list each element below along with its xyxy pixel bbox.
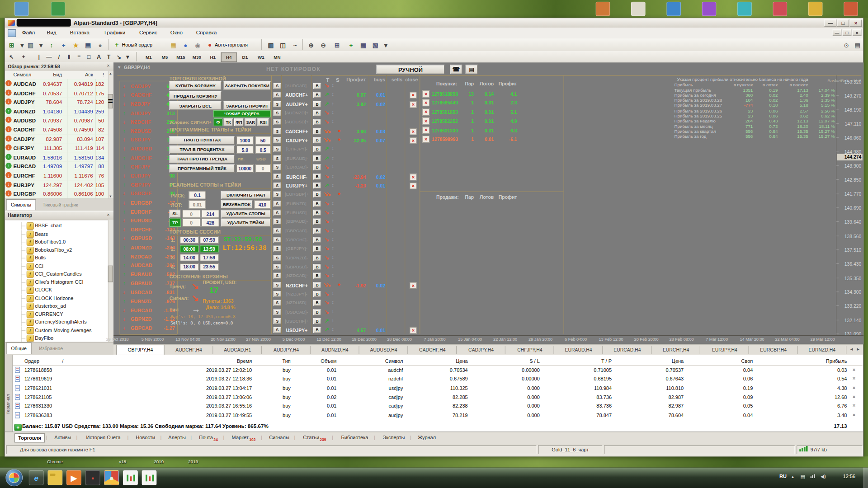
tray-clock[interactable]: 12:56 [837, 474, 861, 479]
grid-close-button[interactable]: × [410, 137, 417, 144]
session-from-input[interactable]: 08:00 [180, 245, 199, 253]
chart-tab-0[interactable]: GBPJPY,H4 [116, 345, 165, 355]
timeframe-button-H4[interactable]: H4 [221, 52, 237, 62]
market-watch-scrollbar[interactable] [108, 71, 113, 199]
grid-buy-button[interactable]: B [313, 164, 321, 170]
terminal-tab-журнал[interactable]: Журнал [415, 433, 439, 443]
grid-sell-button[interactable]: S [274, 119, 281, 125]
tray-network-icon[interactable] [812, 475, 813, 478]
timeframe-button-H1[interactable]: H1 [205, 52, 221, 62]
profiles-dropdown[interactable]: ▾ [36, 40, 46, 50]
taskbar-chrome-icon[interactable]: ● [104, 470, 119, 485]
close-button[interactable]: × [850, 19, 862, 27]
start-button[interactable] [5, 469, 23, 486]
trail-against-button[interactable]: ТРАЛ ПРОТИВ ТРЕНДА [170, 155, 235, 163]
terminal-column-header[interactable]: Цена [421, 358, 468, 364]
tab-common[interactable]: Общие [6, 343, 31, 354]
desktop-icon[interactable] [596, 2, 610, 16]
order-close-icon[interactable]: × [853, 376, 855, 381]
close-all-button[interactable]: ЗАКРЫТЬ ВСЕ [170, 101, 222, 110]
trendline-icon[interactable]: / [54, 52, 64, 61]
sell-basket-button[interactable]: ПРОДАТЬ КОРЗИНУ [170, 91, 222, 100]
scroll-down-icon[interactable]: ▼ [108, 194, 113, 199]
grid-sell-button[interactable]: S [274, 282, 281, 288]
layout-icon[interactable]: ▤ [853, 40, 863, 50]
navigator-item-13[interactable]: Custom Moving Averages [35, 327, 91, 333]
terminal-tab-новости[interactable]: Новости [132, 433, 159, 443]
phone-trading-button[interactable]: ☎ [450, 65, 462, 74]
trail_percent-value-2[interactable]: 0.5 [255, 145, 270, 154]
grid-sell-button[interactable]: S [274, 255, 281, 261]
terminal-icon[interactable]: ▤ [83, 40, 93, 50]
terminal-column-header[interactable]: Объем [299, 358, 336, 364]
scroll-thumb[interactable]: ≡ [108, 94, 113, 108]
menu-item-2[interactable]: Вставка [64, 29, 95, 37]
chart-tab-3[interactable]: AUDJPY,H4 [262, 346, 311, 354]
lot-input[interactable]: 0.01 [189, 200, 206, 208]
screen-mode-button[interactable]: ▤ [466, 65, 478, 74]
program_take-value-1[interactable]: 10000 [236, 164, 254, 173]
grid-sell-button[interactable]: S [274, 164, 281, 170]
crosshair-icon[interactable]: + [19, 52, 28, 61]
navigator-item-11[interactable]: CURRENCY [35, 311, 63, 317]
session-from-input[interactable]: 00:30 [180, 236, 199, 244]
order-close-icon[interactable]: × [853, 367, 855, 372]
chart-tab-5[interactable]: AUDUSD,H4 [360, 346, 408, 354]
tray-language[interactable]: RU [779, 474, 787, 479]
terminal-tab-торговля[interactable]: Торговля [14, 433, 45, 443]
grid-sell-button[interactable]: S [274, 137, 281, 143]
desktop-icon[interactable] [51, 2, 66, 16]
mdi-minimize-button[interactable]: — [833, 29, 842, 36]
menu-item-0[interactable]: Файл [18, 29, 39, 37]
desktop-icon[interactable] [808, 2, 823, 16]
terminal-column-header[interactable]: Цена [631, 358, 684, 364]
chart-tab-12[interactable]: EURJPY,H4 [701, 346, 749, 354]
grid-sell-button[interactable]: S [274, 192, 281, 197]
condition-toggle-ФП[interactable]: ФП [234, 118, 244, 126]
grid-sell-button[interactable]: S [274, 128, 281, 134]
navigator-item-7[interactable]: Clive's Histogram CCI [35, 279, 83, 285]
grid-sell-button[interactable]: S [274, 155, 281, 161]
program-take-button[interactable]: ПРОГРАММНЫЙ ТЕЙК [170, 164, 235, 173]
chart-tab-1[interactable]: AUDCHF,H4 [165, 346, 213, 354]
chart-tab-8[interactable]: CHFJPY,H4 [506, 346, 554, 354]
grid-buy-button[interactable]: B [313, 155, 321, 161]
sl-input-2[interactable]: 214 [202, 210, 219, 218]
condition-toggle-RSI[interactable]: RSI [257, 118, 269, 126]
candlestick-chart-icon[interactable]: ◫ [278, 40, 288, 50]
grid-sell-button[interactable]: S [274, 110, 281, 116]
grid-sell-button[interactable]: S [274, 146, 281, 152]
chart-tabs-scroll-left-icon[interactable]: ◂ [850, 347, 853, 352]
templates-dropdown[interactable]: ▾ [381, 40, 391, 50]
grid-close-button[interactable]: × [410, 282, 417, 289]
grid-buy-button[interactable]: B [313, 327, 321, 333]
timeframe-button-MN[interactable]: MN [269, 52, 285, 62]
grid-buy-button[interactable]: B [313, 273, 321, 279]
grid-sell-button[interactable]: S [274, 219, 281, 225]
order-close-icon[interactable]: × [853, 412, 855, 418]
menu-item-5[interactable]: Окно [166, 29, 188, 37]
trail_points-value-2[interactable]: 50 [255, 136, 270, 144]
experts-icon[interactable]: ● [180, 40, 190, 50]
grid-buy-button[interactable]: B [313, 228, 321, 234]
session-to-input[interactable]: 13:59 [200, 245, 219, 253]
indicators-icon[interactable]: + [346, 40, 356, 50]
chart-tab-9[interactable]: EURAUD,H4 [555, 346, 603, 354]
grid-sell-button[interactable]: S [274, 300, 281, 306]
zoom-in-icon[interactable]: ⊕ [306, 40, 316, 50]
tray-volume-icon[interactable]: ◀) [821, 474, 826, 479]
metaeditor-icon[interactable]: ▦ [168, 40, 178, 50]
grid-buy-button[interactable]: B [313, 255, 321, 261]
session-from-input[interactable]: 18:00 [180, 263, 199, 270]
order-close-icon[interactable]: × [853, 394, 855, 399]
tray-hidden-icons-icon[interactable]: ▴ [792, 474, 794, 479]
condition-toggle-Ф[interactable]: Ф [214, 118, 223, 126]
grid-sell-button[interactable]: S [274, 210, 281, 216]
scroll-up-icon[interactable]: ▲ [108, 71, 113, 76]
grid-close-button[interactable]: × [410, 128, 417, 135]
grid-buy-button[interactable]: B [313, 119, 321, 125]
search-icon[interactable]: ⊙ [841, 40, 851, 50]
menu-item-3[interactable]: Графики [99, 29, 131, 37]
terminal-tab-статьи[interactable]: Статьи239 [298, 433, 330, 443]
condition-toggle-SAR[interactable]: SAR [245, 118, 256, 126]
